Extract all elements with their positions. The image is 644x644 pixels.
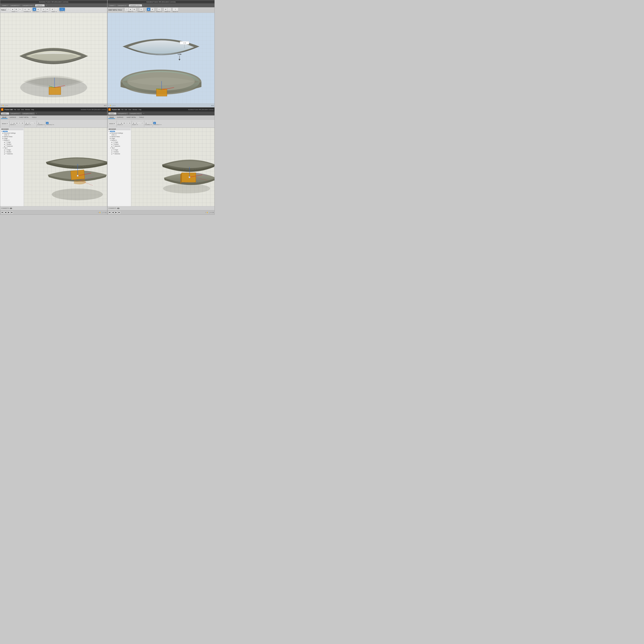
insert-btn-1[interactable]: ⊕ — [51, 8, 54, 11]
tab-tools-br[interactable]: TOOLS — [138, 116, 145, 119]
new-tab-btn-tl[interactable]: + — [46, 4, 47, 6]
modify-btn-br-2[interactable]: ⊡ — [135, 122, 138, 124]
modify-btn-2[interactable]: ◈ — [11, 8, 14, 11]
tab-solid-br[interactable]: SOLID — [108, 116, 115, 119]
assemble-btn-br-1[interactable]: ⊞ — [145, 122, 147, 124]
insert-btn-tr-2[interactable]: ⬚ — [168, 8, 171, 11]
modify-btn-br-4[interactable]: ✦ — [141, 122, 143, 124]
construct-btn-bl-1[interactable]: ◈ — [46, 122, 49, 124]
create-btn-br-5[interactable]: ⊕ — [128, 122, 131, 124]
design-tabs-br[interactable]: SOLID SURFACE SHEET METAL TOOLS — [108, 115, 214, 120]
tree-named-views-br[interactable]: ▶ Named Views — [110, 136, 131, 138]
create-btn-br-2[interactable]: ◈ — [120, 122, 123, 124]
tab-surface-br[interactable]: SURFACE — [116, 116, 124, 119]
tree-b-sketches-br[interactable]: ▶ ✏ Sketches — [111, 145, 131, 147]
create-btn-bl-4[interactable]: ✦ — [18, 122, 21, 124]
tree-b-origin-bl[interactable]: ▶ ⬡ Origin — [4, 141, 23, 143]
inspect-btn-tr-1[interactable]: ◎ — [157, 8, 161, 11]
nav-prev-br[interactable]: ◀ — [111, 211, 114, 214]
new-tab-btn-bl[interactable]: + — [36, 112, 37, 114]
new-tab-btn-br[interactable]: + — [143, 112, 144, 114]
assemble-btn-bl-1[interactable]: ⊞ — [37, 122, 40, 124]
tree-doc-settings-br[interactable]: ▶ Document Settings — [110, 132, 131, 134]
tab-tr-leaf1[interactable]: LeafLight01*(1)× — [117, 4, 128, 7]
assemble-btn-1[interactable]: ⊡ — [23, 8, 27, 11]
tab-bl-untitled[interactable]: Untitled*× — [1, 112, 9, 115]
menu-edit-br[interactable]: Edit — [125, 109, 127, 110]
tree-t-bodies-bl[interactable]: ▶ ⬡ Bodies — [4, 151, 23, 153]
inspect-btn-2[interactable]: ⊛ — [45, 8, 49, 11]
tree-b-bodies-br[interactable]: ▶ ⬡ Bodies — [111, 143, 131, 145]
nav-end-br[interactable]: ⏭ — [118, 211, 121, 214]
select-btn-1[interactable]: ↖ — [59, 8, 65, 11]
tab-tools-bl[interactable]: TOOLS — [31, 116, 38, 119]
design-tabs-bl[interactable]: SOLID SURFACE SHEET METAL TOOLS — [0, 115, 107, 120]
modify-btn-tr-2[interactable]: ◈ — [129, 8, 132, 11]
tree-t-origin-bl[interactable]: ▶ ⬡ Origin — [4, 149, 23, 151]
tree-top1-bl[interactable]: ▼ Top:1 — [2, 147, 23, 149]
tree-origin-br[interactable]: ▶ Origin — [110, 138, 131, 139]
tree-named-views-bl[interactable]: ▶ Named Views — [2, 136, 23, 138]
tabbar-tr[interactable]: Untitled*× LeafLight01*(1)× LeafLight01 … — [108, 3, 214, 7]
tab-tl-1[interactable]: LeafLight01*(1)× — [9, 4, 21, 7]
tab-sheetmetal-br[interactable]: SHEET METAL — [125, 116, 137, 119]
modify-btn-tr-3[interactable]: ⊞ — [132, 8, 136, 11]
tab-surface-bl[interactable]: SURFACE — [8, 116, 17, 119]
design-btn-bl[interactable]: DESIGN ▼ — [1, 123, 9, 125]
tree-b-bodies-bl[interactable]: ▶ ⬡ Bodies — [4, 143, 23, 145]
nav-prev-bl[interactable]: ◀ — [4, 211, 7, 214]
tab-sheetmetal-bl[interactable]: SHEET METAL — [18, 116, 30, 119]
viewport-br[interactable] — [131, 128, 214, 206]
nav-start-bl[interactable]: ⏮ — [1, 211, 4, 214]
construct-btn-2[interactable]: ⊕ — [36, 8, 40, 11]
menu-window-br[interactable]: Window — [132, 109, 137, 110]
tab-bl-leaf1[interactable]: LeafLight01*(1)× — [9, 112, 21, 115]
tree-t-sketches-br[interactable]: ▶ ✏ Sketches — [111, 153, 131, 155]
modify-btn-3[interactable]: ⊞ — [15, 8, 18, 11]
modify-btn-br-1[interactable]: ◈ — [132, 122, 135, 124]
tabbar-br[interactable]: Untitled*× LeafLight01*(1)× LeafLight01 … — [108, 111, 214, 115]
menu-view-bl[interactable]: View — [21, 109, 24, 110]
nav-next-bl[interactable]: ▶ — [7, 211, 10, 214]
tree-units-bl[interactable]: Units: in — [4, 134, 23, 136]
tree-bottom1-bl[interactable]: ▼ Bottom:1 — [2, 139, 23, 141]
new-tab-btn-tr[interactable]: + — [143, 4, 144, 6]
tree-top1-br[interactable]: ▼ Top:1 — [110, 147, 131, 149]
menu-help-bl[interactable]: Help — [31, 109, 34, 110]
construct-btn-tr-1[interactable]: ◈ — [147, 8, 150, 11]
modify-btn-1[interactable]: ⬡ — [7, 8, 11, 11]
viewport-tr[interactable]: -1 in 1.00 ↖ ✋ 🔍 — [108, 13, 214, 107]
create-btn-bl-3[interactable]: ⊞ — [16, 122, 18, 124]
design-btn-br[interactable]: DESIGN ▼ — [108, 123, 116, 125]
nav-end-bl[interactable]: ⏭ — [10, 211, 13, 214]
insert-btn-2[interactable]: ⬚ — [54, 8, 58, 11]
construct-btn-1[interactable]: ◈ — [33, 8, 36, 11]
create-btn-br-3[interactable]: ⊞ — [123, 122, 125, 124]
create-btn-br-1[interactable]: ⬡ — [117, 122, 120, 124]
tree-root-bl[interactable]: ▼ Untitled — [1, 131, 23, 132]
tree-doc-settings-bl[interactable]: ▶ Document Settings — [2, 132, 23, 134]
tree-bottom1-br[interactable]: ▼ Bottom:1 — [110, 139, 131, 141]
tree-b-origin-br[interactable]: ▶ ⬡ Origin — [111, 141, 131, 143]
menu-window-bl[interactable]: Window — [25, 109, 30, 110]
modify-btn-bl-4[interactable]: ✦ — [34, 122, 36, 124]
construct-btn-br-1[interactable]: ◈ — [153, 122, 156, 124]
menu-file-bl[interactable]: File — [14, 109, 16, 110]
tabbar-bl[interactable]: Untitled*× LeafLight01*(1)× LeafLight01 … — [0, 111, 107, 115]
insert-btn-tr-1[interactable]: ⊕ — [164, 8, 167, 11]
create-btn-bl-5[interactable]: ⊕ — [21, 122, 24, 124]
modify-btn-bl-3[interactable]: ⬚ — [31, 122, 33, 124]
nav-start-br[interactable]: ⏮ — [108, 211, 111, 214]
create-btn-bl-1[interactable]: ⬡ — [10, 122, 13, 124]
menu-help-br[interactable]: Help — [139, 109, 141, 110]
modify-btn-bl-2[interactable]: ⊡ — [28, 122, 30, 124]
tab-br-untitled[interactable]: Untitled*× — [108, 112, 116, 115]
tab-bl-leaf2[interactable]: LeafLight01 v1*(1)× — [22, 112, 35, 115]
tree-t-bodies-br[interactable]: ▶ ⬡ Bodies — [111, 151, 131, 153]
viewport-tl[interactable]: ↖ ✋ 🔍 ↩ ↪ ⊞ ⊟ — [0, 13, 107, 107]
modify-btn-4[interactable]: ✦ — [18, 8, 22, 11]
create-btn-br-4[interactable]: ✦ — [126, 122, 128, 124]
menu-view-br[interactable]: View — [128, 109, 131, 110]
tree-origin-bl[interactable]: ▶ Origin — [2, 138, 23, 139]
assemble-btn-2[interactable]: ⊞ — [27, 8, 31, 11]
